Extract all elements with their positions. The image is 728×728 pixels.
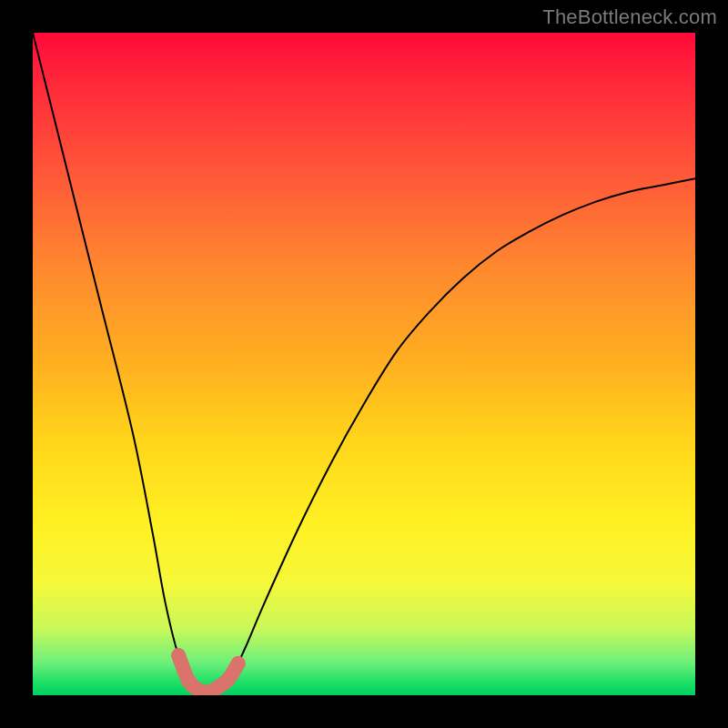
bottleneck-curve-svg — [33, 33, 695, 695]
plot-area — [33, 33, 695, 695]
optimal-region-dot — [221, 672, 236, 687]
optimal-region-dot — [171, 648, 186, 662]
bottleneck-curve — [33, 33, 695, 693]
optimal-region-dot — [231, 656, 246, 671]
chart-frame: TheBottleneck.com — [0, 0, 728, 728]
watermark-text: TheBottleneck.com — [542, 5, 717, 29]
